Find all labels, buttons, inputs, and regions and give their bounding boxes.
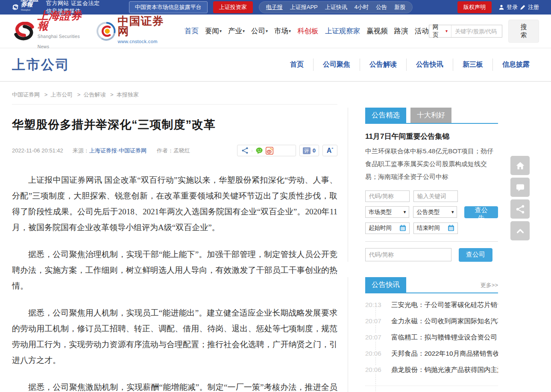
share-icon[interactable] bbox=[241, 147, 249, 154]
publish-date: 2022-11-06 20:51:42 bbox=[12, 147, 63, 154]
font-size-button[interactable]: A- bbox=[322, 145, 337, 156]
nav-item[interactable]: 科创板 bbox=[297, 26, 319, 36]
featured-announcement-title[interactable]: 11月7日午间重要公告集锦 bbox=[365, 132, 498, 141]
sidebar: 公告精选十大利好 11月7日午间重要公告集锦 中兰环保联合体中标5.48亿元BO… bbox=[348, 82, 498, 392]
announcement-search-form: 市场类型▾ 公告类型▾ 查公告 起始时间 结束时间 查公司 bbox=[365, 190, 498, 262]
breadcrumb-item: >本报独家 bbox=[107, 91, 139, 98]
news-headline-link[interactable]: 鼎龙股份：钨抛光液产品获得国内主流晶 bbox=[391, 366, 498, 374]
keyword-input[interactable] bbox=[413, 190, 458, 202]
nav-item[interactable]: 产业▾ bbox=[228, 26, 245, 36]
home-button[interactable] bbox=[510, 156, 530, 175]
section-nav-item[interactable]: 新三板 bbox=[453, 59, 492, 71]
more-link[interactable]: 更多>> bbox=[481, 281, 498, 293]
list-item: 19:14 巨星科技：公司董事长增持92.9万股公司 bbox=[365, 386, 498, 392]
news-panel-tab[interactable]: 公告快讯 bbox=[365, 277, 406, 293]
section-nav-item[interactable]: 公司聚焦 bbox=[313, 59, 360, 71]
divider bbox=[365, 241, 498, 242]
list-item: 20:06 鼎龙股份：钨抛光液产品获得国内主流晶 bbox=[365, 366, 498, 374]
chevron-down-icon: ▾ bbox=[451, 210, 454, 214]
ssn-swirl-icon bbox=[12, 22, 36, 41]
market-type-select[interactable]: 市场类型▾ bbox=[365, 206, 409, 218]
chevron-down-icon: ▾ bbox=[404, 210, 406, 214]
disclosure-platform-button[interactable]: 中国资本市场信息披露平台 bbox=[129, 1, 208, 13]
topbar-link[interactable]: 上证快讯 bbox=[325, 3, 347, 11]
nav-item[interactable]: 市场▾ bbox=[274, 26, 291, 36]
news-timestamp: 20:07 bbox=[365, 333, 385, 341]
section-nav-item[interactable]: 信息披露 bbox=[492, 59, 539, 71]
home-icon bbox=[515, 161, 525, 171]
nav-item[interactable]: 要闻▾ bbox=[205, 26, 222, 36]
section-nav-item[interactable]: 公告快讯 bbox=[406, 59, 453, 71]
sidebar-tab[interactable]: 公告精选 bbox=[365, 108, 406, 123]
investor-button[interactable]: 上证投资家 bbox=[213, 1, 253, 13]
search-input[interactable] bbox=[451, 25, 502, 37]
topbar-link[interactable]: 公告 bbox=[376, 3, 387, 11]
calendar-icon bbox=[399, 225, 406, 231]
back-to-top-button[interactable] bbox=[510, 221, 530, 240]
section-nav-item[interactable]: 公告解读 bbox=[360, 59, 406, 71]
cnstock-globe-icon bbox=[97, 21, 116, 41]
announcement-news-panel: 公告快讯 更多>> 20:13 三安光电：子公司签署碳化硅芯片销售合 20:07… bbox=[348, 277, 498, 392]
topbar-link[interactable]: 上证报APP bbox=[290, 3, 318, 11]
pencil-icon bbox=[520, 4, 526, 10]
nav-item[interactable]: 赢视频 bbox=[366, 26, 388, 36]
end-date-picker[interactable]: 结束时间 bbox=[413, 222, 458, 234]
sidebar-tab[interactable]: 十大利好 bbox=[410, 108, 451, 123]
start-date-picker[interactable]: 起始时间 bbox=[365, 222, 410, 234]
news-timestamp: 20:06 bbox=[365, 366, 385, 373]
comment-count-button[interactable]: 评 0 bbox=[299, 145, 319, 156]
topbar-link[interactable]: 4小时 bbox=[355, 3, 369, 11]
announcement-panel: 公告精选十大利好 11月7日午间重要公告集锦 中兰环保联合体中标5.48亿元BO… bbox=[348, 108, 498, 262]
section-bar: 上市公司 首页公司聚焦公告解读公告快讯新三板信息披露 bbox=[0, 48, 551, 82]
comment-count: 0 bbox=[313, 147, 316, 154]
brand-name: 上海證券報Shanghai Securities News bbox=[21, 0, 40, 18]
search-scope-select[interactable]: 网页▾ bbox=[429, 25, 451, 37]
breadcrumb-separator: > bbox=[77, 91, 81, 98]
news-headline-link[interactable]: 富临精工：拟与赣锋锂业设合资公司 投 bbox=[391, 333, 498, 342]
breadcrumb-item: >公告解读 bbox=[74, 91, 106, 98]
wechat-icon[interactable] bbox=[255, 147, 263, 155]
login-link[interactable]: 登录 bbox=[507, 3, 518, 11]
nav-item[interactable]: 首页 bbox=[185, 26, 199, 36]
nav-item[interactable]: 上证观察家 bbox=[325, 26, 360, 36]
nav-item[interactable]: 路演 bbox=[394, 26, 408, 36]
chevron-down-icon: ▾ bbox=[289, 29, 291, 33]
news-timestamp: 20:13 bbox=[365, 301, 385, 308]
register-link[interactable]: 注册 bbox=[528, 3, 539, 11]
topbar-quick-links: 电子报上证报APP上证快讯4小时公告新股 bbox=[259, 1, 413, 13]
news-headline-link[interactable]: 天邦食品：2022年10月商品猪销售收入约 bbox=[391, 349, 498, 358]
comment-badge-icon: 评 bbox=[303, 147, 311, 154]
news-headline-link[interactable]: 三安光电：子公司签署碳化硅芯片销售合 bbox=[391, 301, 498, 310]
nav-item[interactable]: 公司▾ bbox=[251, 26, 268, 36]
cnstock-logo[interactable]: 中国证券网www.cnstock.com bbox=[97, 16, 176, 47]
weibo-icon[interactable] bbox=[266, 147, 273, 155]
logo-text: 中国证券网www.cnstock.com bbox=[117, 16, 175, 47]
list-item: 20:07 金力永磁：公司收到两家国际知名汽车与 bbox=[365, 317, 498, 326]
topbar-link[interactable]: 新股 bbox=[394, 3, 405, 11]
breadcrumb: >中国证券网 >上市公司 >公告解读 >本报独家 bbox=[12, 91, 337, 99]
search-company-button[interactable]: 查公司 bbox=[459, 248, 492, 262]
topbar-link[interactable]: 电子报 bbox=[266, 3, 283, 11]
search-button[interactable]: 搜索 bbox=[508, 20, 539, 43]
news-headline-link[interactable]: 金力永磁：公司收到两家国际知名汽车与 bbox=[391, 317, 498, 326]
source-link[interactable]: 上海证券报·中国证券网 bbox=[89, 147, 147, 154]
user-icon bbox=[498, 4, 504, 10]
logo-text: 上海證券報Shanghai Securities News bbox=[38, 11, 93, 52]
section-title: 上市公司 bbox=[12, 56, 70, 74]
nav-item[interactable]: 活动 bbox=[415, 26, 429, 36]
search-announcement-button[interactable]: 查公告 bbox=[464, 206, 498, 218]
breadcrumb-item: >中国证券网 bbox=[12, 91, 40, 98]
article-paragraph: 上证报中国证券网讯 国企改革“双百行动”实施以来，华塑股份紧扣深化“劳动、人事、… bbox=[12, 172, 337, 235]
code-input[interactable] bbox=[365, 190, 410, 202]
share-widget: › bbox=[237, 145, 296, 156]
article-meta: 2022-11-06 20:51:42 来源：上海证券报·中国证券网 作者：孟晓… bbox=[12, 145, 337, 156]
comments-button[interactable] bbox=[510, 178, 530, 197]
announcement-tabs: 公告精选十大利好 bbox=[365, 108, 498, 124]
company-code-input[interactable] bbox=[365, 248, 451, 261]
announcement-type-select[interactable]: 公告类型▾ bbox=[413, 206, 457, 218]
section-nav-item[interactable]: 首页 bbox=[281, 59, 313, 71]
copyright-button[interactable]: 版权声明 bbox=[457, 1, 492, 13]
ssn-swirl-icon bbox=[12, 3, 19, 12]
breadcrumb-separator: > bbox=[44, 91, 48, 98]
share-button[interactable] bbox=[510, 199, 530, 219]
